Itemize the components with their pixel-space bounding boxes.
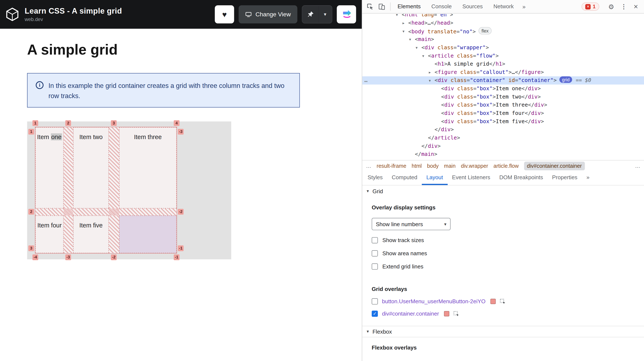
code-token: div <box>438 77 448 83</box>
breadcrumb-item[interactable]: div.wrapper <box>461 163 488 169</box>
tab-styles[interactable]: Styles <box>363 171 387 185</box>
tree-node[interactable]: ▶<head>…</head> <box>362 19 644 27</box>
tab-event-listeners[interactable]: Event Listeners <box>448 171 495 185</box>
code-token: = <box>454 44 457 50</box>
tree-node[interactable]: ▼<article class="flow"> <box>362 52 644 60</box>
flexbox-section-title: Flexbox <box>372 329 392 335</box>
tree-node[interactable]: ▼<div class="wrapper"> <box>362 43 644 52</box>
tree-node[interactable]: ▼<main> <box>362 35 644 43</box>
code-token: </ <box>522 85 528 91</box>
overlay-checkbox[interactable] <box>372 298 378 305</box>
extend-grid-lines-checkbox[interactable] <box>372 264 378 270</box>
tree-node[interactable]: <div class="box">Item two</div> <box>362 93 644 101</box>
node-overflow-menu[interactable]: … <box>364 76 368 84</box>
favorite-button[interactable]: ♥ <box>215 5 234 23</box>
remix-on-glitch-button[interactable] <box>337 5 356 23</box>
breadcrumb-overflow-left[interactable]: … <box>366 163 371 169</box>
code-token: > <box>541 110 544 116</box>
tab-sources[interactable]: Sources <box>457 0 488 13</box>
collapse-arrow-icon[interactable]: ▼ <box>402 27 404 36</box>
grid-line-number: -3 <box>178 129 184 135</box>
tab-console[interactable]: Console <box>426 0 457 13</box>
grid-overlay-row: button.UserMenu_userMenuButton-2eiYO <box>372 298 638 305</box>
grid-section-header[interactable]: ▼ Grid <box>362 185 644 197</box>
change-view-button[interactable]: Change View <box>239 5 297 23</box>
tab-elements[interactable]: Elements <box>392 0 426 13</box>
breadcrumb-item[interactable]: html <box>412 163 422 169</box>
code-token: div <box>444 110 454 116</box>
device-toolbar-icon[interactable] <box>378 3 386 10</box>
tab-dom-breakpoints[interactable]: DOM Breakpoints <box>495 171 548 185</box>
collapse-arrow-icon[interactable]: ▼ <box>429 77 430 85</box>
collapse-arrow-icon[interactable]: ▼ <box>409 36 411 44</box>
grid-item: Item three <box>119 127 176 209</box>
tree-node[interactable]: …▼<div class="container" id="container">… <box>362 76 644 84</box>
more-options-icon[interactable]: ⋮ <box>620 3 627 10</box>
tree-node[interactable]: </div> <box>362 125 644 134</box>
code-token: html <box>405 14 418 18</box>
breadcrumb-item[interactable]: main <box>444 163 456 169</box>
tree-node[interactable]: <div class="box">Item three</div> <box>362 101 644 109</box>
close-devtools-icon[interactable]: ✕ <box>633 3 638 10</box>
tab-properties[interactable]: Properties <box>548 171 582 185</box>
flex-badge[interactable]: flex <box>479 27 492 35</box>
breadcrumb-item[interactable]: body <box>427 163 438 169</box>
flexbox-section-header[interactable]: ▼ Flexbox <box>362 326 644 337</box>
extend-grid-lines-row[interactable]: Extend grid lines <box>372 264 638 270</box>
tab-computed[interactable]: Computed <box>387 171 422 185</box>
collapse-arrow-icon[interactable]: ▼ <box>396 14 398 19</box>
collapse-arrow-icon[interactable]: ▼ <box>416 44 418 52</box>
pin-button[interactable] <box>302 6 318 23</box>
inspect-element-icon[interactable] <box>500 299 506 304</box>
tree-node[interactable]: ▼<html lang="en"> <box>362 14 644 19</box>
collapse-arrow-icon[interactable]: ▼ <box>422 52 424 60</box>
tree-node[interactable]: ▶<figure class="callout">…</figure> <box>362 68 644 76</box>
code-token: > <box>450 126 454 132</box>
show-area-names-checkbox[interactable] <box>372 250 378 257</box>
tree-node[interactable]: </main> <box>362 150 644 158</box>
tab-network[interactable]: Network <box>488 0 519 13</box>
tree-node[interactable]: </div> <box>362 142 644 150</box>
screenshot-root: Learn CSS - A simple grid web.dev ♥ Chan… <box>0 0 644 361</box>
code-token: div <box>428 143 438 149</box>
grid-badge[interactable]: grid <box>560 76 572 83</box>
settings-gear-icon[interactable]: ⚙ <box>608 3 614 10</box>
breadcrumb-item[interactable]: result-iframe <box>376 163 406 169</box>
overlay-checkbox[interactable]: ✓ <box>372 311 378 317</box>
pin-dropdown-button[interactable]: ▾ <box>318 6 332 23</box>
overlay-element-link[interactable]: button.UserMenu_userMenuButton-2eiYO <box>382 298 486 305</box>
code-token: "callout" <box>480 69 508 75</box>
expand-arrow-icon[interactable]: ▶ <box>429 69 430 77</box>
show-track-sizes-checkbox[interactable] <box>372 237 378 243</box>
breadcrumb-item[interactable]: article.flow <box>494 163 519 169</box>
code-token: div <box>534 102 544 108</box>
code-token: > <box>541 118 544 124</box>
code-token: > <box>444 61 448 67</box>
more-tabs-icon[interactable]: » <box>519 3 529 10</box>
inspect-element-icon[interactable] <box>453 311 459 317</box>
more-sidebar-tabs-icon[interactable]: » <box>582 171 594 185</box>
show-track-sizes-row[interactable]: Show track sizes <box>372 237 638 243</box>
breadcrumb-item[interactable]: div#container.container <box>524 161 584 170</box>
grid-line-number: 2 <box>65 120 71 126</box>
inspect-element-icon[interactable] <box>366 3 374 10</box>
code-token: > <box>496 52 498 59</box>
tab-layout[interactable]: Layout <box>422 171 448 185</box>
tree-node[interactable]: <h1>A simple grid</h1> <box>362 60 644 68</box>
line-numbers-select[interactable]: Show line numbers ▾ <box>372 218 450 230</box>
code-token: </ <box>525 110 531 116</box>
tree-node[interactable]: <div class="box">Item four</div> <box>362 109 644 117</box>
show-area-names-row[interactable]: Show area names <box>372 250 638 257</box>
overlay-element-link[interactable]: div#container.container <box>382 311 439 317</box>
tree-node[interactable]: ▼<body translate="no">flex <box>362 27 644 35</box>
tree-node[interactable]: </article> <box>362 134 644 142</box>
tree-node[interactable]: <div class="box">Item five</div> <box>362 117 644 126</box>
breadcrumb-overflow-right[interactable]: … <box>635 163 640 169</box>
code-token: </ <box>515 69 521 75</box>
brand[interactable]: Learn CSS - A simple grid web.dev <box>5 6 122 22</box>
code-token: = <box>473 110 476 116</box>
code-token: </ <box>525 118 531 124</box>
tree-node[interactable]: <div class="box">Item one</div> <box>362 84 644 93</box>
console-error-badge[interactable]: ✕ 1 <box>582 2 599 11</box>
expand-arrow-icon[interactable]: ▶ <box>402 19 404 27</box>
